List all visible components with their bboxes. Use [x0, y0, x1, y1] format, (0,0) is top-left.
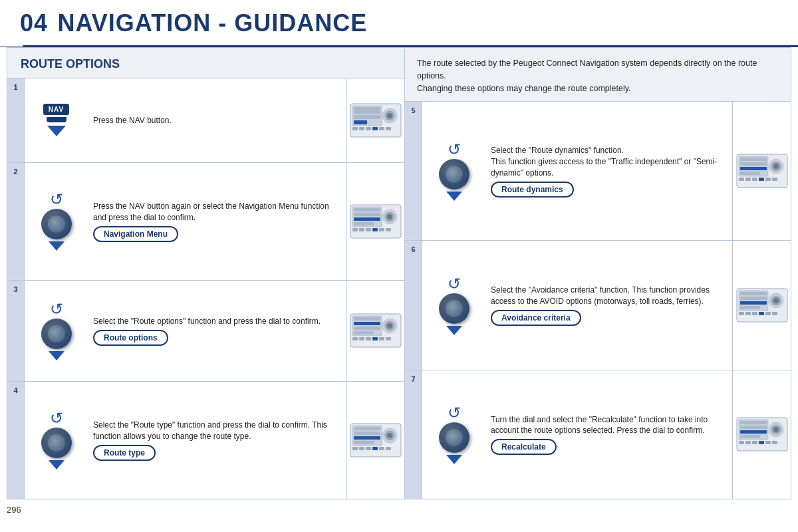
svg-rect-10: [366, 127, 371, 130]
svg-rect-61: [740, 158, 767, 161]
nav-menu-button: Navigation Menu: [93, 226, 178, 242]
step-content-4: Select the "Route type" function and pre…: [88, 382, 346, 499]
svg-rect-12: [379, 127, 384, 130]
route-dynamics-button: Route dynamics: [491, 182, 574, 198]
step-icon-6: ↺: [422, 241, 485, 369]
svg-rect-46: [354, 427, 380, 430]
nav-button-icon: NAV: [43, 104, 69, 115]
svg-point-82: [773, 298, 779, 303]
svg-rect-83: [739, 312, 744, 315]
svg-rect-76: [740, 292, 767, 295]
step-icon-4: ↺: [25, 382, 88, 499]
svg-rect-43: [386, 337, 391, 340]
svg-rect-58: [386, 447, 391, 450]
device-thumbnail-2: [346, 163, 404, 280]
step-content-2: Press the NAV button again or select the…: [88, 163, 346, 280]
device-thumbnail-1: [346, 78, 404, 162]
step-number-3: 3: [7, 281, 25, 381]
step-row-6: 6 ↺ Select the "Avoidance criteria" func…: [405, 241, 791, 370]
step-icon-3: ↺: [25, 281, 88, 381]
svg-rect-79: [740, 306, 760, 309]
step-content-3: Select the "Route options" function and …: [88, 281, 346, 381]
svg-rect-26: [372, 228, 378, 231]
svg-rect-31: [354, 317, 380, 321]
step-icon-5: ↺: [422, 102, 485, 240]
svg-rect-11: [372, 127, 378, 130]
svg-rect-71: [759, 178, 764, 181]
svg-point-67: [773, 164, 779, 169]
svg-rect-92: [740, 426, 767, 429]
svg-rect-8: [352, 127, 358, 130]
step-number-6: 6: [405, 241, 422, 369]
step-row-7: 7 ↺ Turn the dial and select the "Recalc…: [405, 370, 791, 499]
svg-rect-56: [372, 447, 378, 450]
svg-rect-103: [772, 441, 777, 444]
step-row-3: 3 ↺ Select the "Route options" function …: [7, 281, 404, 382]
svg-rect-40: [366, 337, 371, 340]
svg-rect-100: [752, 441, 757, 444]
svg-rect-70: [752, 178, 757, 181]
svg-rect-34: [354, 331, 374, 334]
step-text-2: Press the NAV button again or select the…: [93, 201, 340, 223]
svg-rect-73: [772, 178, 777, 181]
device-thumbnail-6: [732, 241, 791, 369]
svg-rect-77: [740, 297, 767, 300]
svg-point-22: [387, 214, 392, 219]
step-number-4: 4: [7, 382, 25, 499]
svg-rect-18: [354, 217, 380, 221]
svg-rect-63: [740, 167, 767, 170]
svg-point-7: [387, 113, 392, 118]
step-row-4: 4 ↺ Select the "Route type" function and…: [7, 382, 404, 499]
step-content-6: Select the "Avoidance criteria" function…: [485, 241, 732, 369]
svg-rect-99: [745, 441, 751, 444]
svg-rect-62: [740, 162, 767, 166]
svg-rect-72: [765, 178, 771, 181]
svg-rect-16: [354, 208, 380, 211]
step-row-5: 5 ↺ Select the "Route dynamics" function…: [405, 102, 791, 241]
svg-rect-25: [366, 228, 371, 231]
step-text-4: Select the "Route type" function and pre…: [93, 420, 340, 442]
svg-rect-49: [354, 441, 374, 444]
intro-text-area: The route selected by the Peugeot Connec…: [405, 48, 791, 102]
svg-rect-78: [740, 301, 767, 305]
device-thumbnail-5: [732, 102, 791, 240]
svg-rect-91: [740, 421, 767, 424]
svg-rect-17: [354, 213, 380, 216]
svg-rect-87: [765, 312, 771, 315]
svg-rect-3: [354, 115, 380, 119]
step-content-1: Press the NAV button.: [88, 78, 346, 162]
svg-rect-55: [366, 447, 371, 450]
page-title: NAVIGATION - GUIDANCE: [58, 9, 368, 37]
device-thumbnail-7: [732, 370, 791, 499]
svg-rect-102: [765, 441, 771, 444]
svg-rect-42: [379, 337, 384, 340]
step-content-5: Select the "Route dynamics" function.Thi…: [485, 102, 732, 240]
page-chapter-number: 04: [20, 9, 48, 37]
step-text-1: Press the NAV button.: [93, 115, 340, 126]
svg-rect-13: [386, 127, 391, 130]
route-options-button: Route options: [93, 330, 168, 346]
svg-rect-53: [352, 447, 358, 450]
page-number: 296: [7, 505, 21, 515]
svg-rect-47: [354, 432, 380, 435]
svg-rect-38: [352, 337, 358, 340]
svg-rect-33: [354, 327, 380, 330]
step-number-7: 7: [405, 370, 422, 499]
step-icon-1: NAV: [25, 78, 88, 162]
route-type-button: Route type: [93, 445, 156, 461]
step-text-3: Select the "Route options" function and …: [93, 316, 340, 327]
svg-rect-101: [759, 441, 764, 444]
device-thumbnail-3: [346, 281, 404, 381]
svg-rect-57: [379, 447, 384, 450]
step-text-6: Select the "Avoidance criteria" function…: [491, 285, 727, 307]
svg-rect-24: [359, 228, 364, 231]
svg-rect-27: [379, 228, 384, 231]
step-number-2: 2: [7, 163, 25, 280]
step-content-7: Turn the dial and select the "Recalculat…: [485, 370, 732, 499]
step-icon-7: ↺: [422, 370, 485, 499]
svg-rect-28: [386, 228, 391, 231]
svg-rect-9: [359, 127, 364, 130]
device-thumbnail-4: [346, 382, 404, 499]
svg-point-97: [773, 427, 779, 432]
svg-rect-88: [772, 312, 777, 315]
